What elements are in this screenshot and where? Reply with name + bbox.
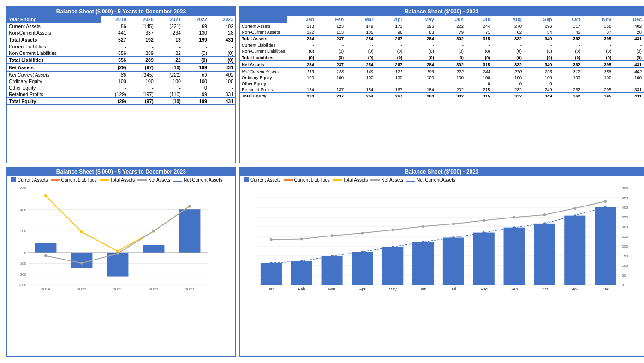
svg-text:Oct: Oct [541,287,548,291]
svg-point-77 [513,216,516,218]
cell-value: - [582,80,613,86]
legend-line-icon [100,179,109,181]
cell-value: 222 [436,23,465,30]
svg-text:Apr: Apr [359,287,365,291]
cell-value: (97) [128,64,155,71]
cell-value: 315 [465,93,492,99]
cell-value: 100 [524,74,554,80]
cell-value: (145) [128,71,155,78]
cell-value: 86 [101,71,128,78]
cell-value: 71 [465,29,492,36]
svg-rect-58 [291,261,312,285]
cell-value: 45 [554,29,582,36]
svg-point-69 [270,238,273,241]
legend-net-assets-line: Net Assets [137,177,170,182]
cell-value: (0) [375,54,404,61]
table-row: Non-Current Assets44133723413028 [7,30,235,36]
col-aug: Aug [492,16,524,23]
cell-value: 237 [316,93,346,99]
cell-value: 22 [155,57,183,64]
cell-value: 199 [183,64,209,71]
cell-value: 28 [613,29,644,36]
cell-value: 100 [101,78,128,85]
svg-point-20 [80,230,83,233]
cell-value: 100 [128,78,155,85]
cell-value: 69 [183,23,209,30]
row-label: Non-Current Assets [240,29,287,36]
svg-text:200: 200 [20,229,27,233]
col-dec: Dec [613,16,644,23]
cell-value: 317 [554,23,582,30]
svg-text:2023: 2023 [185,287,194,291]
cell-value: 100 [183,78,209,85]
table-row: Non-Current Liabilities55628922(0)(0) [7,50,235,57]
col-may: May [404,16,436,23]
cell-value: 123 [316,68,346,74]
cell-value: 100 [554,74,582,80]
cell-value: 431 [209,64,235,71]
row-label: Current Assets [7,23,101,30]
cell-value: (0) [554,54,582,61]
row-label: Retained Profits [240,86,287,93]
svg-point-88 [483,231,485,234]
cell-value: (221) [155,71,183,78]
table-row: Other Equity------000--- [240,80,644,86]
cell-value: - [465,42,492,48]
cell-value: 395 [582,61,613,68]
svg-point-28 [188,205,191,207]
table-row: Net Current Assets86(145)(221)69402 [7,71,235,78]
cell-value: (0) [287,54,316,61]
cell-value: 202 [436,86,465,93]
cell-value: 28 [209,30,235,36]
cell-value: 215 [465,86,492,93]
table-row: Total Assets52719213199431 [7,36,235,43]
cell-value: 100 [287,74,316,80]
left-chart-legend: Current Assets Current Liabilities Total… [7,176,235,183]
cell-value: (0) [492,54,524,61]
legend-current-assets-bar: Current Assets [11,177,48,182]
cell-value: (0) [346,54,375,61]
cell-value: (10) [155,64,183,71]
svg-rect-16 [107,253,129,277]
cell-value: 431 [613,36,644,42]
table-row: Ordinary Equity100100100100100 [7,78,235,85]
svg-point-27 [152,230,155,232]
cell-value: 302 [436,36,465,42]
cell-value: 100 [436,74,465,80]
svg-rect-17 [143,245,165,252]
cell-value: 358 [582,23,613,30]
cell-value: - [101,85,128,91]
cell-value: 79 [436,29,465,36]
legend-label: Net Assets [381,177,403,182]
legend-line-icon [333,179,342,181]
svg-text:2020: 2020 [77,287,86,291]
cell-value: - [101,43,128,50]
row-label: Net Current Assets [7,71,101,78]
cell-value: - [346,42,375,48]
cell-value: 332 [492,93,524,99]
cell-value: 149 [346,23,375,30]
row-label: Total Liabilities [240,54,287,61]
row-label: Non-Current Assets [7,30,101,36]
cell-value: 100 [582,74,613,80]
row-label: Current Liabilities [240,42,287,48]
cell-value: 122 [287,29,316,36]
legend-label: Current Liabilities [61,177,97,182]
svg-point-89 [513,226,515,229]
left-chart-panel: Balance Sheet ($'000) - 5 Years to Decem… [6,167,236,357]
legend-label: Net Assets [148,177,170,182]
cell-value: (129) [101,91,128,98]
row-label: Other Equity [240,80,287,86]
right-chart-legend: Current Assets Current Liabilities Total… [240,176,644,183]
row-label: Ordinary Equity [7,78,101,85]
cell-value: 284 [404,93,436,99]
svg-point-72 [361,231,364,234]
table-row: Net Assets(29)(97)(10)199431 [7,64,235,71]
right-empty-col [240,16,287,23]
cell-value: 295 [582,86,613,93]
svg-text:-200: -200 [19,272,27,276]
cell-value: 100 [492,74,524,80]
legend-total-assets-line: Total Assets [100,177,135,182]
cell-value: 234 [287,61,316,68]
cell-value: 100 [346,74,375,80]
